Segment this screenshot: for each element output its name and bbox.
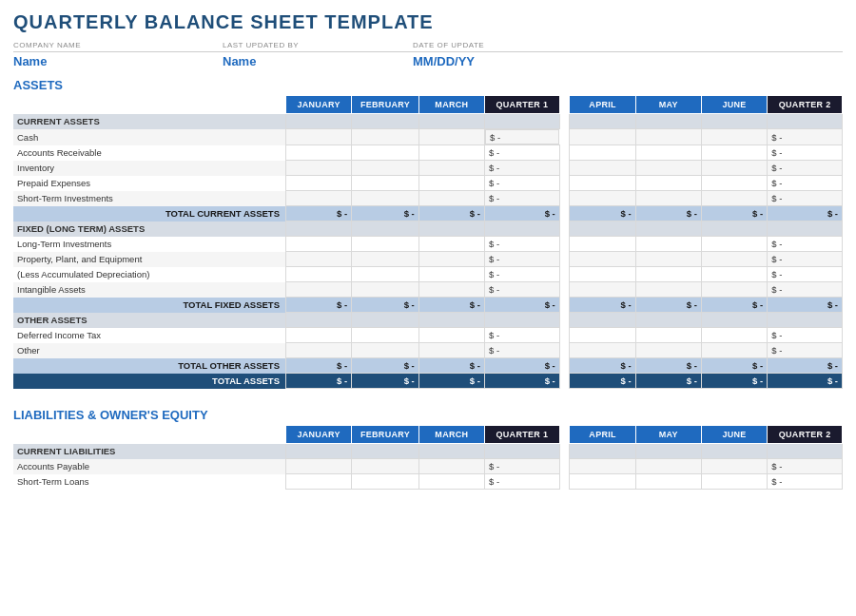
company-name-label: COMPANY NAME [13, 41, 223, 49]
liab-feb-header: FEBRUARY [352, 426, 419, 444]
other-assets-item-row: Other $ - $ - [13, 343, 843, 358]
q1-header: QUARTER 1 [484, 96, 559, 114]
last-updated-label: LAST UPDATED BY [223, 41, 413, 49]
short-term-loans-label: Short-Term Loans [13, 474, 285, 490]
total-assets-label: TOTAL ASSETS [13, 374, 285, 389]
liab-apr-header: APRIL [570, 426, 635, 444]
company-name-value[interactable]: Name [13, 54, 223, 68]
feb-header: FEBRUARY [352, 96, 419, 114]
liabilities-table: JANUARY FEBRUARY MARCH QUARTER 1 APRIL M… [13, 425, 843, 490]
accumulated-depreciation-label: (Less Accumulated Depreciation) [13, 267, 285, 282]
cash-q1-dash: - [497, 132, 500, 143]
property-plant-equipment-row: Property, Plant, and Equipment $ - $ - [13, 252, 843, 267]
other-assets-label: OTHER ASSETS [13, 313, 285, 328]
assets-table: JANUARY FEBRUARY MARCH QUARTER 1 APRIL M… [13, 95, 843, 389]
intangible-assets-row: Intangible Assets $ - $ - [13, 282, 843, 298]
cash-label: Cash [13, 129, 285, 145]
long-term-investments-label: Long-Term Investments [13, 237, 285, 252]
mar-header: MARCH [418, 96, 484, 114]
current-liabilities-label: CURRENT LIABILITIES [13, 444, 285, 459]
accounts-payable-row: Accounts Payable $ - $ - [13, 459, 843, 474]
apr-header: APRIL [570, 96, 635, 114]
assets-section-title: ASSETS [13, 78, 843, 92]
fixed-assets-label: FIXED (LONG TERM) ASSETS [13, 221, 285, 237]
prepaid-expenses-label: Prepaid Expenses [13, 176, 285, 191]
inventory-label: Inventory [13, 161, 285, 176]
intangible-assets-label: Intangible Assets [13, 282, 285, 298]
jun-header: JUNE [701, 96, 767, 114]
liabilities-section-title: LIABILITIES & OWNER'S EQUITY [13, 408, 843, 422]
accounts-receivable-row: Accounts Receivable $ - $ - [13, 145, 843, 161]
cash-row: Cash $ - $ - [13, 129, 843, 145]
total-fixed-assets-label: TOTAL FIXED ASSETS [13, 298, 285, 313]
liab-q1-header: QUARTER 1 [484, 426, 559, 444]
cash-q1-dollar: $ [490, 132, 495, 143]
accounts-receivable-label: Accounts Receivable [13, 145, 285, 161]
q2-header: QUARTER 2 [768, 96, 843, 114]
accumulated-depreciation-row: (Less Accumulated Depreciation) $ - $ - [13, 267, 843, 282]
cash-q2-dollar: $ [771, 132, 776, 143]
assets-label-header [13, 96, 285, 114]
total-current-assets-label: TOTAL CURRENT ASSETS [13, 206, 285, 221]
short-term-loans-row: Short-Term Loans $ - $ - [13, 474, 843, 490]
total-other-assets-label: TOTAL OTHER ASSETS [13, 358, 285, 374]
total-fixed-assets-row: TOTAL FIXED ASSETS $ - $ - $ - $ - $ - $… [13, 298, 843, 313]
liab-jun-header: JUNE [701, 426, 767, 444]
long-term-investments-row: Long-Term Investments $ - $ - [13, 237, 843, 252]
liab-jan-header: JANUARY [285, 426, 351, 444]
date-of-update-label: DATE OF UPDATE [413, 41, 484, 49]
current-assets-category: CURRENT ASSETS [13, 114, 843, 129]
total-current-assets-row: TOTAL CURRENT ASSETS $ - $ - $ - $ - $ -… [13, 206, 843, 221]
deferred-income-tax-row: Deferred Income Tax $ - $ - [13, 328, 843, 343]
total-assets-row: TOTAL ASSETS $ - $ - $ - $ - $ - $ - $ -… [13, 374, 843, 389]
other-assets-category: OTHER ASSETS [13, 313, 843, 328]
page-title: QUARTERLY BALANCE SHEET TEMPLATE [13, 11, 843, 33]
inventory-row: Inventory $ - $ - [13, 161, 843, 176]
date-of-update-value[interactable]: MM/DD/YY [413, 54, 475, 68]
fixed-assets-category: FIXED (LONG TERM) ASSETS [13, 221, 843, 237]
jan-header: JANUARY [285, 96, 351, 114]
section-spacer [13, 389, 843, 400]
accounts-payable-label: Accounts Payable [13, 459, 285, 474]
meta-labels-row: COMPANY NAME LAST UPDATED BY DATE OF UPD… [13, 41, 843, 52]
property-plant-equipment-label: Property, Plant, and Equipment [13, 252, 285, 267]
short-term-investments-label: Short-Term Investments [13, 191, 285, 206]
total-other-assets-row: TOTAL OTHER ASSETS $ - $ - $ - $ - $ - $… [13, 358, 843, 374]
current-liabilities-category: CURRENT LIABILITIES [13, 444, 843, 459]
cash-q2-dash: - [779, 132, 782, 143]
current-assets-label: CURRENT ASSETS [13, 114, 285, 129]
page-container: QUARTERLY BALANCE SHEET TEMPLATE COMPANY… [0, 0, 856, 499]
prepaid-expenses-row: Prepaid Expenses $ - $ - [13, 176, 843, 191]
meta-values-row: Name Name MM/DD/YY [13, 54, 843, 68]
may-header: MAY [635, 96, 701, 114]
other-assets-item-label: Other [13, 343, 285, 358]
short-term-investments-row: Short-Term Investments $ - $ - [13, 191, 843, 206]
liab-q2-header: QUARTER 2 [768, 426, 843, 444]
liabilities-label-header [13, 426, 285, 444]
deferred-income-tax-label: Deferred Income Tax [13, 328, 285, 343]
last-updated-value[interactable]: Name [223, 54, 413, 68]
liab-mar-header: MARCH [418, 426, 484, 444]
liab-may-header: MAY [635, 426, 701, 444]
